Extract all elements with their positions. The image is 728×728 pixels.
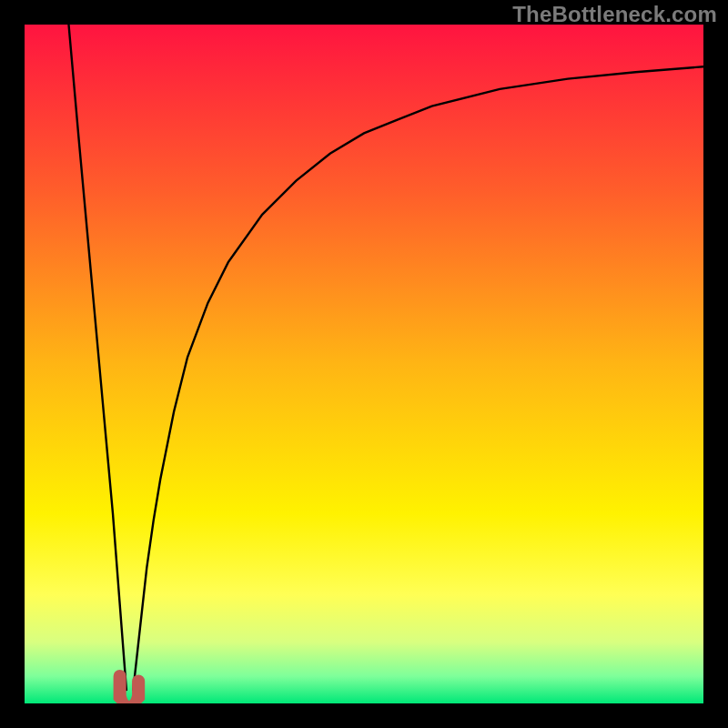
watermark-text: TheBottleneck.com: [512, 2, 717, 27]
gradient-background: [25, 25, 703, 703]
bottleneck-chart: [0, 0, 728, 728]
chart-frame: { "watermark": "TheBottleneck.com", "cha…: [0, 0, 728, 728]
